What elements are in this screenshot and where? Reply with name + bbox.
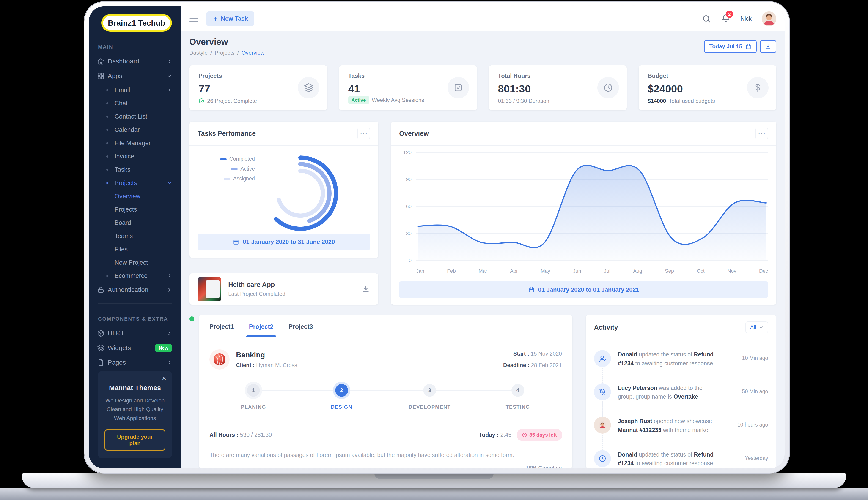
area-chart-svg	[416, 148, 768, 265]
today-value: 2:45	[500, 432, 511, 438]
stat-card-budget: Budget $24000 $14000 Total used budgets	[638, 66, 777, 110]
user-avatar[interactable]	[762, 11, 776, 26]
step-development[interactable]: 3 DEVELOPMENT	[386, 384, 474, 410]
sidebar-item-chat[interactable]: Chat	[89, 96, 181, 110]
sidebar-item-apps[interactable]: Apps	[89, 69, 181, 83]
chevron-right-icon	[167, 331, 172, 336]
hours-row: All Hours : 530 / 281:30 Today : 2:45 35…	[209, 429, 562, 441]
activity-item[interactable]: Donald updated the status of Refund #123…	[594, 342, 768, 376]
app-logo-text: Brainz1 Techub	[108, 19, 165, 27]
step-planing[interactable]: 1 PLANING	[209, 384, 298, 410]
new-task-button[interactable]: New Task	[206, 11, 254, 26]
card-menu-button[interactable]: ⋯	[357, 127, 370, 139]
activity-card: Activity All	[586, 315, 776, 468]
start-date: 15 Nov 2020	[531, 351, 562, 357]
laptop-mockup-scene: Brainz1 Techub MAIN Dashboard Apps Email…	[0, 0, 868, 500]
days-left-badge: 35 days left	[517, 429, 562, 441]
search-icon[interactable]	[702, 14, 711, 23]
calendar-icon	[233, 239, 239, 245]
stat-card-total-hours: Total Hours 801:30 01:33 / 9:30 Duration	[489, 66, 627, 110]
date-range-banner[interactable]: 01 January 2020 to 01 January 2021	[399, 281, 768, 298]
sidebar-item-pages[interactable]: Pages	[89, 355, 181, 370]
check-square-icon	[447, 77, 469, 99]
content: Projects 77 26 Project Complete Tasks 41	[181, 62, 784, 468]
tab-project2[interactable]: Project2	[249, 323, 274, 330]
step-testing[interactable]: 4 TESTING	[474, 384, 562, 410]
clock-icon	[594, 450, 611, 467]
legend-swatch	[220, 158, 227, 160]
chevron-right-icon	[167, 274, 172, 278]
breadcrumb-dastyle[interactable]: Dastyle	[189, 50, 208, 56]
y-axis-ticks: 120 90 60 30 0	[399, 149, 412, 263]
page-header: Overview Dastyle/ Projects/ Overview Tod…	[181, 31, 784, 62]
health-care-app-card: Helth care App Last Project Complated	[189, 273, 378, 305]
x-axis-ticks: JanFebMarAprMayJunJulAugSepOctNovDec	[416, 268, 768, 274]
project-name: Banking	[236, 351, 297, 359]
step-design[interactable]: 2 DESIGN	[298, 384, 386, 410]
sidebar-item-contact-list[interactable]: Contact List	[89, 110, 181, 123]
app-logo[interactable]: Brainz1 Techub	[101, 14, 172, 32]
menu-toggle-icon[interactable]	[189, 15, 198, 22]
sidebar-item-widgets[interactable]: Widgets New	[89, 341, 181, 355]
sidebar-item-file-manager[interactable]: File Manager	[89, 136, 181, 150]
activity-item[interactable]: Donald updated the status of Refund #123…	[594, 442, 768, 469]
project-description: There are many variations of passages of…	[209, 450, 562, 459]
sidebar-item-tasks[interactable]: Tasks	[89, 163, 181, 176]
laptop-screen-frame: Brainz1 Techub MAIN Dashboard Apps Email…	[84, 2, 789, 473]
client-name: Hyman M. Cross	[256, 362, 297, 368]
clock-icon	[597, 77, 619, 99]
tab-project3[interactable]: Project3	[289, 323, 313, 330]
desk-surface	[0, 488, 868, 500]
sidebar-item-ecommerce[interactable]: Ecommerce	[89, 269, 181, 283]
breadcrumb-overview: Overview	[242, 50, 265, 56]
sidebar-item-authentication[interactable]: Authentication	[89, 283, 181, 297]
progress-label: 15% Complete	[209, 465, 562, 468]
health-card-title: Helth care App	[228, 281, 285, 288]
sidebar-item-projects-files[interactable]: Files	[89, 243, 181, 256]
sidebar-item-projects-new-project[interactable]: New Project	[89, 256, 181, 269]
project-dates: Start : 15 Nov 2020 Deadline : 28 Feb 20…	[503, 348, 562, 371]
activity-item[interactable]: Joseph Rust opened new showcase Mannat #…	[594, 409, 768, 442]
lock-icon	[97, 286, 104, 294]
sidebar-item-invoice[interactable]: Invoice	[89, 150, 181, 163]
plus-icon	[213, 16, 218, 22]
card-menu-button[interactable]: ⋯	[755, 127, 768, 139]
sidebar-item-projects-overview[interactable]: Overview	[89, 190, 181, 203]
download-icon[interactable]	[361, 285, 370, 294]
date-picker-button[interactable]: Today Jul 15	[704, 40, 757, 53]
date-range-banner[interactable]: 01 January 2020 to 31 June 2020	[198, 234, 370, 250]
close-icon[interactable]: ✕	[162, 375, 166, 382]
chevron-right-icon	[167, 287, 172, 292]
sidebar-item-projects-teams[interactable]: Teams	[89, 229, 181, 243]
home-icon	[97, 58, 104, 65]
project-tabs: Project1 Project2 Project3	[209, 323, 562, 338]
bell-off-icon	[594, 384, 611, 400]
sidebar-item-label: Apps	[108, 72, 122, 80]
banking-logo	[209, 349, 230, 370]
promo-card: ✕ Mannat Themes We Design and Develop Cl…	[98, 371, 172, 458]
tab-project1[interactable]: Project1	[209, 323, 234, 330]
chevron-down-icon	[167, 73, 172, 79]
activity-time: Yesterday	[730, 450, 768, 468]
sidebar-item-dashboard[interactable]: Dashboard	[89, 54, 181, 69]
download-report-button[interactable]	[760, 40, 776, 53]
sidebar-item-projects[interactable]: Projects	[89, 176, 181, 190]
sidebar-divider	[98, 303, 172, 304]
tasks-performance-card: Tasks Perfomance ⋯ Completed Active Assi…	[189, 122, 378, 258]
activity-time: 10 hours ago	[730, 417, 768, 434]
sidebar-item-ui-kit[interactable]: UI Kit	[89, 326, 181, 341]
activity-item[interactable]: Lucy Peterson was added to the group, gr…	[594, 376, 768, 409]
topbar: New Task 2 Nick	[181, 7, 784, 31]
grid-icon	[97, 72, 104, 80]
upgrade-plan-button[interactable]: Upgrade your plan	[104, 430, 165, 451]
sidebar-item-projects-board[interactable]: Board	[89, 216, 181, 229]
sidebar-item-projects-projects[interactable]: Projects	[89, 203, 181, 216]
active-badge: Active	[348, 96, 369, 104]
notifications-button[interactable]: 2	[721, 14, 730, 24]
dollar-icon	[747, 77, 769, 99]
activity-filter-dropdown[interactable]: All	[745, 321, 768, 333]
sidebar-item-email[interactable]: Email	[89, 83, 181, 96]
sidebar-item-calendar[interactable]: Calendar	[89, 123, 181, 136]
breadcrumb-projects[interactable]: Projects	[215, 50, 235, 56]
topbar-right: 2 Nick	[702, 11, 776, 26]
